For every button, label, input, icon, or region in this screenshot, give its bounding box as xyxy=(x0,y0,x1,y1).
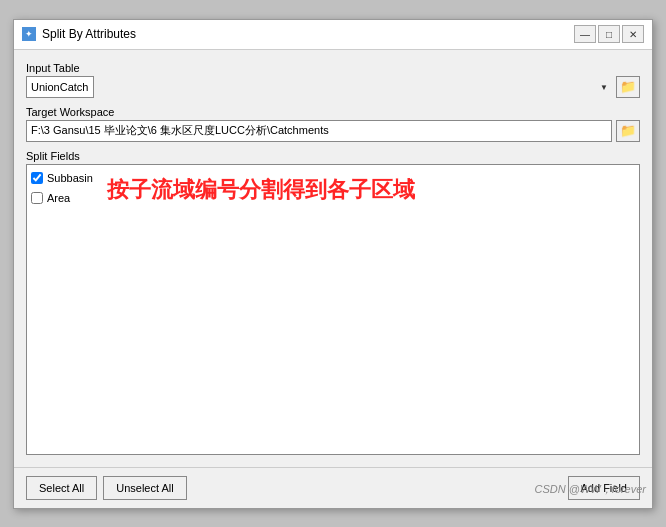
split-fields-group: Split Fields Subbasin Area 按子流域编号分割得到各子区… xyxy=(26,150,640,455)
input-table-label: Input Table xyxy=(26,62,640,74)
maximize-button[interactable]: □ xyxy=(598,25,620,43)
target-workspace-row: 📁 xyxy=(26,120,640,142)
minimize-button[interactable]: — xyxy=(574,25,596,43)
window-title: Split By Attributes xyxy=(42,27,136,41)
field-area-label: Area xyxy=(47,192,70,204)
field-subbasin-checkbox[interactable] xyxy=(31,172,43,184)
input-table-group: Input Table UnionCatch 📁 xyxy=(26,62,640,98)
title-controls: — □ ✕ xyxy=(574,25,644,43)
target-workspace-folder-button[interactable]: 📁 xyxy=(616,120,640,142)
select-all-button[interactable]: Select All xyxy=(26,476,97,500)
unselect-all-button[interactable]: Unselect All xyxy=(103,476,186,500)
bottom-left-buttons: Select All Unselect All xyxy=(26,476,187,500)
target-workspace-group: Target Workspace 📁 xyxy=(26,106,640,142)
target-workspace-label: Target Workspace xyxy=(26,106,640,118)
csdn-watermark-text: CSDN @WW，forever xyxy=(535,482,646,497)
field-area-item: Area xyxy=(31,189,635,207)
input-table-folder-button[interactable]: 📁 xyxy=(616,76,640,98)
title-bar: ✦ Split By Attributes — □ ✕ xyxy=(14,20,652,50)
input-table-dropdown[interactable]: UnionCatch xyxy=(26,76,94,98)
close-button[interactable]: ✕ xyxy=(622,25,644,43)
field-subbasin-label: Subbasin xyxy=(47,172,93,184)
input-table-dropdown-wrapper: UnionCatch xyxy=(26,76,612,98)
field-subbasin-item: Subbasin xyxy=(31,169,635,187)
input-table-row: UnionCatch 📁 xyxy=(26,76,640,98)
split-fields-label: Split Fields xyxy=(26,150,640,162)
target-workspace-input[interactable] xyxy=(26,120,612,142)
window-icon: ✦ xyxy=(22,27,36,41)
split-fields-box: Subbasin Area 按子流域编号分割得到各子区域 xyxy=(26,164,640,455)
field-area-checkbox[interactable] xyxy=(31,192,43,204)
content-area: Input Table UnionCatch 📁 Target Workspac… xyxy=(14,50,652,467)
title-bar-left: ✦ Split By Attributes xyxy=(22,27,136,41)
main-window: ✦ Split By Attributes — □ ✕ Input Table … xyxy=(13,19,653,509)
